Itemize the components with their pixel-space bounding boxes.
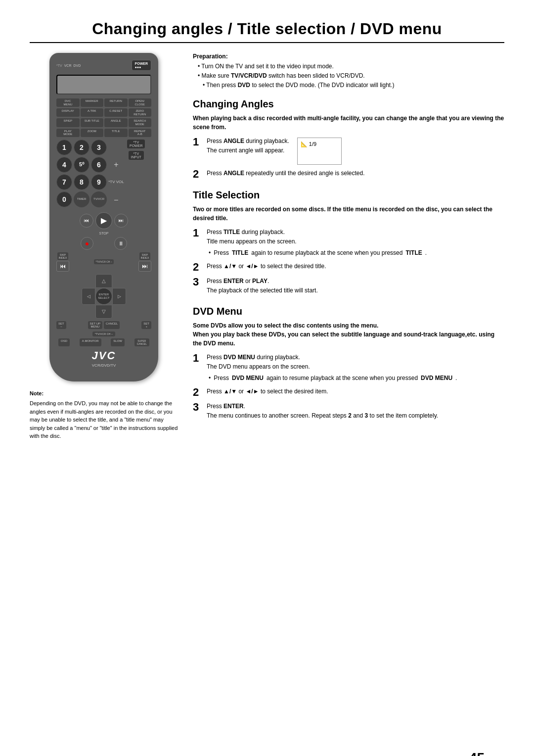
prep-item-2: Make sure TV/VCR/DVD switch has been sli… [198, 71, 504, 81]
btn-4[interactable]: 4 [56, 157, 72, 173]
set-plus-btn[interactable]: SET+ [141, 321, 151, 329]
tv-power-btn[interactable]: *TVPOWER [127, 140, 145, 148]
dpad-right-btn[interactable]: ▷ [112, 288, 126, 305]
title-bold-2: TITLE [232, 248, 248, 258]
numeric-section: 1 2 3 4 5⁰ 6 + 7 8 9 *TV VOL 0 TIMER [56, 140, 151, 210]
tv-vcr-ch-plus-label: *TV/VCR CH – [92, 331, 115, 336]
changing-angles-title: Changing Angles [193, 98, 504, 110]
subtitle-btn[interactable]: SUB TITLE [81, 118, 104, 127]
note-title: Note: [30, 389, 178, 398]
super-cancel-btn[interactable]: SUPERCANCEL [134, 338, 149, 346]
repeat-ab-btn[interactable]: REPEATA-B [129, 129, 152, 137]
dvd-step-2-arrows2: ◄/► [245, 388, 259, 395]
dpad-left-btn[interactable]: ◁ [82, 288, 95, 305]
title-step-2-arrows2: ◄/► [245, 263, 259, 270]
bottom-buttons-row: OSD A.MONITOR SLOW SUPERCANCEL [56, 338, 151, 346]
skip-right-btn[interactable]: ⏭ [138, 261, 151, 272]
title-btn[interactable]: TITLE [104, 129, 128, 137]
set-minus-btn[interactable]: SET– [56, 321, 66, 329]
title-step-1-content: Press TITLE during playback. Title menu … [207, 228, 504, 258]
osd-btn[interactable]: OSD [58, 338, 70, 346]
a-monitor-btn[interactable]: A.MONITOR [80, 338, 101, 346]
minus-btn[interactable]: – [108, 191, 124, 207]
dvd-menu-section: DVD Menu Some DVDs allow you to select t… [193, 306, 504, 421]
angles-step-1-num: 1 [193, 137, 203, 147]
cancel-btn[interactable]: CANCEL [104, 321, 120, 329]
tv-vcr-btn[interactable]: TV/VCR [91, 191, 107, 207]
changing-angles-section: Changing Angles When playing back a disc… [193, 98, 504, 180]
main-layout: *TV VCR DVD POWER●●● DVCMENU MARKER RETU… [30, 53, 504, 440]
angle-bold-2: ANGLE [223, 170, 244, 177]
setup-menu-btn[interactable]: SET UPMENU [88, 321, 103, 329]
btn-0[interactable]: 0 [56, 191, 72, 207]
title-bold-1: TITLE [223, 229, 240, 236]
step-3-ref: 3 [365, 412, 368, 419]
btn-1[interactable]: 1 [56, 140, 72, 155]
dvd-step-1-content: Press DVD MENU during playback. The DVD … [207, 353, 504, 383]
title-step-1-num: 1 [193, 228, 203, 238]
return-btn[interactable]: RETURN [104, 98, 128, 107]
skip-row: SKIPINDEX ⏮ *TV/VCR CH – SKIPINDEX ⏭ [56, 252, 151, 272]
button-row-1: DVCMENU MARKER RETURN OPEN/CLOSE [56, 98, 151, 107]
title-step-2-num: 2 [193, 262, 203, 273]
creset-btn[interactable]: C.RESET [104, 108, 128, 117]
open-close-btn[interactable]: OPEN/CLOSE [129, 98, 152, 107]
button-row-2: DISPLAY A.TRK C.RESET ZERO RETURN [56, 108, 151, 117]
enter-select-btn[interactable]: ENTERSELECT [95, 288, 112, 305]
preparation-section: Preparation: Turn ON the TV and set it t… [193, 53, 504, 91]
btn-3[interactable]: 3 [91, 140, 107, 155]
dpad-up-btn[interactable]: △ [95, 274, 112, 288]
play-mode-btn[interactable]: PLAYMODE [56, 129, 80, 137]
btn-5[interactable]: 5⁰ [74, 157, 89, 173]
slow-btn[interactable]: SLOW [111, 338, 125, 346]
search-mode-btn[interactable]: SEARCHMODE [129, 118, 152, 127]
angle-btn[interactable]: ANGLE [104, 118, 128, 127]
power-button[interactable]: POWER●●● [132, 60, 151, 71]
rec-btn[interactable]: ● [81, 237, 93, 250]
dvd-intro-bold-2: When you play back these DVDs, you can s… [193, 331, 494, 347]
dpad-down-btn[interactable]: ▽ [95, 305, 112, 319]
prep-title: Preparation: [193, 53, 504, 60]
btn-2[interactable]: 2 [74, 140, 89, 155]
set-row: SET– SET UPMENU CANCEL SET+ [56, 321, 151, 329]
sp-ep-btn[interactable]: SP/EP [56, 118, 80, 127]
step-1-with-box: Press ANGLE during playback. The current… [207, 137, 504, 165]
dvd-menu-intro1: Some DVDs allow you to select the disc c… [193, 321, 504, 348]
dvd-step-2-arrows: ▲/▼ [223, 388, 237, 395]
page-title: Changing angles / Title selection / DVD … [30, 20, 504, 38]
btn-8[interactable]: 8 [74, 174, 89, 190]
skip-left-btn[interactable]: ⏮ [56, 261, 69, 272]
dvd-menu-btn[interactable]: DVCMENU [56, 98, 80, 107]
btn-9[interactable]: 9 [91, 174, 107, 190]
tv-vol-label: *TV VOL [108, 174, 124, 190]
angles-step-1-content: Press ANGLE during playback. The current… [207, 137, 504, 165]
dvd-menu-bold-2: DVD MENU [232, 374, 264, 383]
title-selection-title: Title Selection [193, 189, 504, 201]
ff-btn[interactable]: ⏭ [114, 214, 128, 228]
remote-mode-labels: *TV VCR DVD [56, 64, 81, 67]
enter-bold: ENTER [223, 278, 244, 284]
title-divider [30, 42, 504, 43]
timer-btn[interactable]: TIMER [74, 191, 89, 207]
marker-btn[interactable]: MARKER [81, 98, 104, 107]
tv-input-btn[interactable]: *TVINPUT [129, 151, 144, 160]
note-text: Depending on the DVD, you may not be abl… [30, 399, 178, 440]
pause-btn[interactable]: ⏸ [114, 237, 127, 250]
plus-btn[interactable]: + [108, 157, 124, 173]
dvd-step-1-num: 1 [193, 353, 203, 364]
page-number: 45 [469, 750, 485, 756]
play-btn[interactable]: ▶ [95, 212, 112, 229]
rec-dot-icon: ● [85, 239, 89, 247]
dvd-step-2: 2 Press ▲/▼ or ◄/► to select the desired… [193, 387, 504, 398]
btn-6[interactable]: 6 [91, 157, 107, 173]
angle-display-icon: 📐 1/9 [301, 140, 316, 149]
rew-btn[interactable]: ⏮ [80, 214, 93, 228]
bottom-row: *TV/VCR CH – [56, 331, 151, 336]
title-step-3-num: 3 [193, 277, 203, 287]
display-btn[interactable]: DISPLAY [56, 108, 80, 117]
zoom-btn[interactable]: ZOOM [81, 129, 104, 137]
zero-return-btn[interactable]: ZERO RETURN [129, 108, 152, 117]
atrk-btn[interactable]: A.TRK [81, 108, 104, 117]
dvd-menu-title: DVD Menu [193, 306, 504, 317]
btn-7[interactable]: 7 [56, 174, 72, 190]
